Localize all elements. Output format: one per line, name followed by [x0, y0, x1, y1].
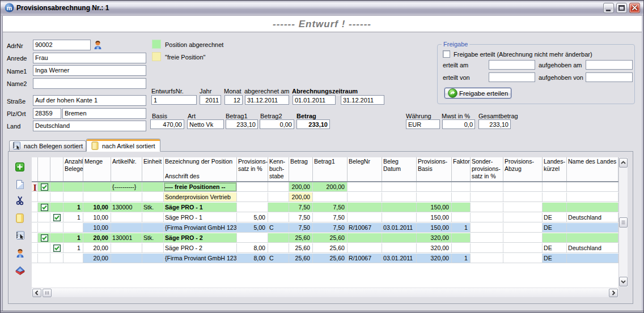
svg-text:m: m [7, 5, 12, 11]
